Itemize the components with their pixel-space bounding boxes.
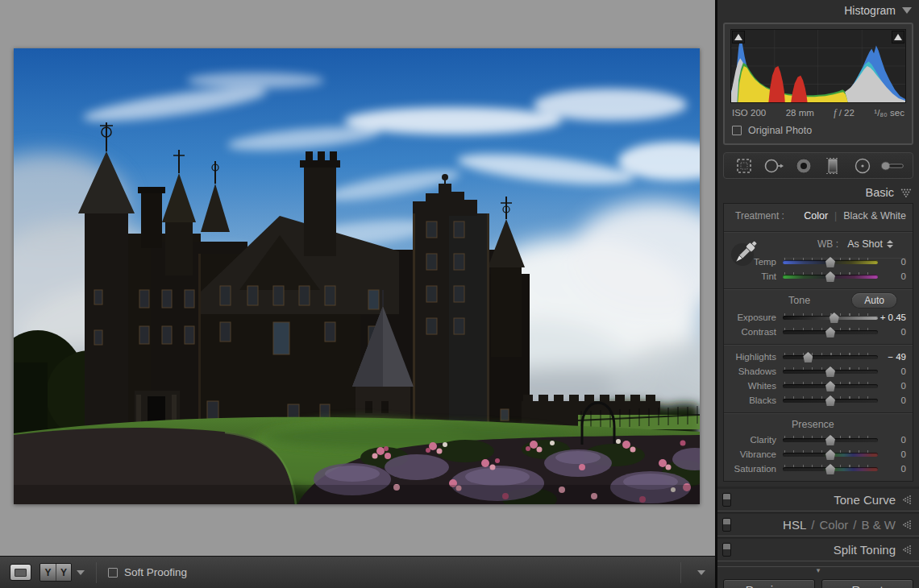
basic-panel: Treatment : Color | Black & White xyxy=(723,203,913,482)
soft-proofing-checkbox[interactable] xyxy=(108,568,118,578)
previous-button[interactable]: Previous xyxy=(723,579,815,588)
treatment-option-divider: | xyxy=(834,210,837,222)
blacks-slider[interactable] xyxy=(782,394,879,407)
auto-tone-button[interactable]: Auto xyxy=(852,293,896,308)
exif-shutter: ¹/₈₀ sec xyxy=(874,108,904,118)
tool-strip xyxy=(723,152,913,179)
lightroom-develop-window: Y Y Soft Proofing Histogram xyxy=(0,0,919,588)
treatment-color-option[interactable]: Color xyxy=(804,210,828,222)
highlights-slider-row: Highlights− 49 xyxy=(724,350,913,364)
toolbar-content-dropdown-icon[interactable] xyxy=(697,570,705,575)
before-after-view-button[interactable]: Y Y xyxy=(40,563,72,582)
exposure-slider[interactable] xyxy=(782,311,879,324)
shadows-slider-row: Shadows0 xyxy=(724,364,913,379)
exif-info-row: ISO 200 28 mm f / 22 ¹/₈₀ sec xyxy=(730,103,906,121)
before-after-dropdown-icon[interactable] xyxy=(77,570,85,575)
tone-curve-title: Tone Curve xyxy=(834,493,896,507)
highlights-value[interactable]: − 49 xyxy=(879,352,908,362)
whites-slider-row: Whites0 xyxy=(724,379,913,393)
adjustment-brush-tool[interactable] xyxy=(880,155,904,176)
split-toning-title: Split Toning xyxy=(834,543,896,557)
castle-photo xyxy=(14,48,700,504)
saturation-slider[interactable] xyxy=(782,462,879,475)
red-eye-tool[interactable] xyxy=(792,155,816,176)
vibrance-slider[interactable] xyxy=(782,448,879,461)
contrast-slider-row: Contrast0 xyxy=(724,325,913,339)
crop-overlay-tool[interactable] xyxy=(732,155,756,176)
photo-canvas[interactable] xyxy=(14,48,700,504)
hsl-title: HSL xyxy=(783,518,806,532)
highlights-slider-track[interactable] xyxy=(783,355,878,359)
hsl-color-title: Color xyxy=(819,518,848,532)
vibrance-label: Vibrance xyxy=(724,449,782,459)
clarity-slider[interactable] xyxy=(782,433,879,446)
histogram-graph[interactable] xyxy=(730,29,906,103)
histogram-title: Histogram xyxy=(844,4,896,17)
graduated-filter-tool[interactable] xyxy=(821,155,845,176)
shadows-label: Shadows xyxy=(724,366,782,376)
blacks-value[interactable]: 0 xyxy=(879,395,908,405)
shadows-slider[interactable] xyxy=(782,365,879,378)
highlights-label: Highlights xyxy=(724,352,782,362)
saturation-value[interactable]: 0 xyxy=(879,464,908,474)
right-panel: Histogram xyxy=(717,0,919,588)
highlights-slider[interactable] xyxy=(782,350,879,363)
contrast-slider[interactable] xyxy=(782,325,879,338)
dotted-triangle-down-icon xyxy=(900,188,912,197)
tint-value[interactable]: 0 xyxy=(879,271,908,281)
vibrance-value[interactable]: 0 xyxy=(879,449,908,459)
exif-focal-length: 28 mm xyxy=(786,108,814,118)
exif-aperture: f / 22 xyxy=(834,108,855,118)
presence-label: Presence xyxy=(724,415,913,433)
clarity-slider-row: Clarity0 xyxy=(724,433,913,447)
blacks-slider-row: Blacks0 xyxy=(724,393,913,408)
tint-slider[interactable] xyxy=(782,270,879,283)
whites-label: Whites xyxy=(724,381,782,391)
panel-end-caret[interactable]: ▾ xyxy=(717,567,919,574)
temp-slider[interactable] xyxy=(782,255,879,268)
wb-dropdown[interactable]: As Shot xyxy=(847,238,893,250)
original-photo-checkbox[interactable] xyxy=(732,126,742,135)
before-after-y-left: Y xyxy=(40,564,56,581)
panel-toggle-switch[interactable] xyxy=(722,518,731,532)
highlight-clipping-button[interactable] xyxy=(892,31,904,43)
split-toning-panel-header[interactable]: Split Toning xyxy=(717,539,919,561)
whites-value[interactable]: 0 xyxy=(879,381,908,391)
soft-proofing-label: Soft Proofing xyxy=(124,566,187,578)
wb-selected-value: As Shot xyxy=(847,238,883,250)
treatment-bw-option[interactable]: Black & White xyxy=(843,210,906,222)
clarity-label: Clarity xyxy=(724,435,782,445)
blacks-label: Blacks xyxy=(724,395,782,405)
vibrance-slider-row: Vibrance0 xyxy=(724,447,913,462)
red-eye-icon xyxy=(794,156,813,176)
panel-toggle-switch[interactable] xyxy=(722,543,731,557)
hsl-bw-title: B & W xyxy=(861,518,896,532)
dotted-triangle-left-icon xyxy=(903,520,912,531)
histogram-chart xyxy=(731,30,905,102)
wb-updown-icon xyxy=(887,240,893,248)
whites-slider[interactable] xyxy=(782,379,879,392)
panel-toggle-switch[interactable] xyxy=(722,493,731,507)
contrast-value[interactable]: 0 xyxy=(879,327,908,337)
spot-removal-tool[interactable] xyxy=(762,155,786,176)
basic-panel-header[interactable]: Basic xyxy=(717,182,919,203)
histogram-panel-header[interactable]: Histogram xyxy=(717,0,919,21)
exposure-value[interactable]: + 0.45 xyxy=(879,313,908,322)
shadow-clipping-button[interactable] xyxy=(732,31,745,43)
reset-button[interactable]: Reset xyxy=(821,579,913,588)
treatment-label: Treatment : xyxy=(735,210,784,222)
tone-curve-panel-header[interactable]: Tone Curve xyxy=(717,489,919,511)
crop-overlay-icon xyxy=(734,156,754,176)
adjustment-brush-icon xyxy=(880,156,904,176)
loupe-view-button[interactable] xyxy=(10,564,31,581)
shadows-value[interactable]: 0 xyxy=(879,366,908,376)
radial-filter-tool[interactable] xyxy=(850,155,875,176)
bottom-toolbar: Y Y Soft Proofing xyxy=(0,556,715,588)
contrast-label: Contrast xyxy=(724,327,782,337)
toolbar-divider-right xyxy=(680,562,681,583)
dotted-triangle-left-icon xyxy=(903,545,912,556)
clarity-value[interactable]: 0 xyxy=(879,435,908,445)
shadow-clipping-icon xyxy=(734,34,742,40)
hsl-panel-header[interactable]: HSL / Color / B & W xyxy=(717,514,919,536)
radial-filter-icon xyxy=(853,156,872,176)
